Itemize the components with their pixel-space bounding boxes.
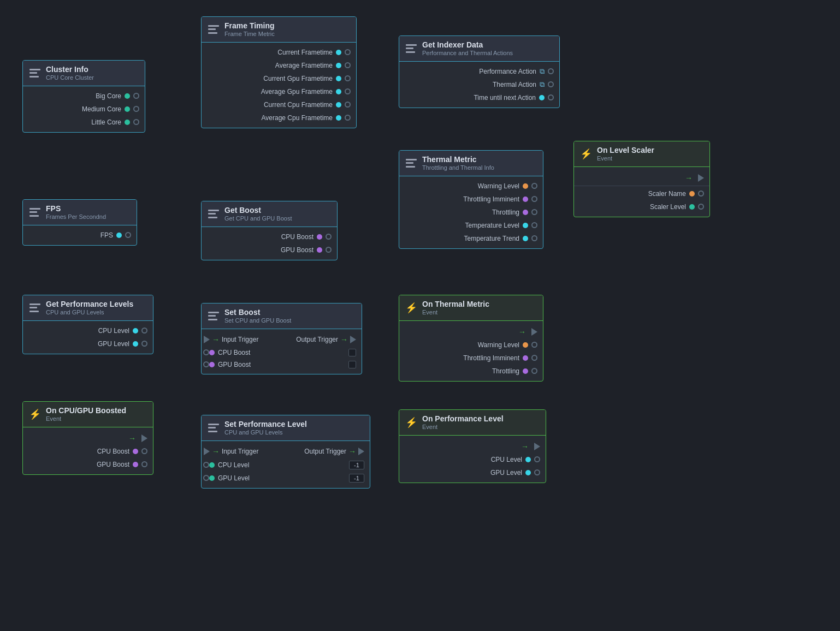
- get-indexer-data-icon: [405, 43, 418, 54]
- copy-icon-thermal: ⧉: [540, 80, 545, 89]
- thermal-metric-node: Thermal Metric Throttling and Thermal In…: [399, 150, 543, 249]
- copy-icon-perf: ⧉: [540, 67, 545, 76]
- cluster-info-icon: [28, 68, 42, 79]
- set-perf-level-header: Set Performance Level CPU and GPU Levels: [202, 415, 370, 441]
- on-cpu-gpu-boosted-header: ⚡ On CPU/GPU Boosted Event: [23, 402, 153, 427]
- on-performance-level-header: ⚡ On Performance Level Event: [399, 410, 546, 436]
- get-boost-icon: [207, 209, 220, 219]
- set-boost-title: Set Boost: [224, 308, 291, 317]
- thermal-metric-subtitle: Throttling and Thermal Info: [422, 164, 494, 171]
- set-boost-node: Set Boost Set CPU and GPU Boost → Input …: [201, 303, 362, 374]
- gpu-level-input[interactable]: [349, 474, 364, 483]
- on-level-scaler-icon: ⚡: [579, 148, 593, 159]
- get-boost-subtitle: Get CPU and GPU Boost: [224, 215, 292, 222]
- frame-timing-title: Frame Timing: [224, 21, 275, 31]
- on-thermal-metric-header: ⚡ On Thermal Metric Event: [399, 295, 543, 321]
- cluster-info-node: Cluster Info CPU Core Cluster Big Core M…: [22, 60, 145, 133]
- on-level-scaler-subtitle: Event: [597, 155, 654, 162]
- cluster-info-subtitle: CPU Core Cluster: [46, 74, 94, 81]
- thermal-metric-header: Thermal Metric Throttling and Thermal In…: [399, 151, 543, 176]
- on-performance-level-node: ⚡ On Performance Level Event → CPU Level…: [399, 409, 546, 483]
- get-perf-levels-subtitle: CPU and GPU Levels: [46, 309, 133, 316]
- on-level-scaler-node: ⚡ On Level Scaler Event → Scaler Name Sc…: [573, 141, 710, 217]
- cluster-info-title: Cluster Info: [46, 65, 94, 74]
- on-cpu-gpu-boosted-icon: ⚡: [28, 409, 42, 420]
- thermal-metric-icon: [405, 158, 418, 169]
- set-perf-level-subtitle: CPU and GPU Levels: [224, 429, 307, 436]
- thermal-metric-title: Thermal Metric: [422, 155, 494, 164]
- get-indexer-data-title: Get Indexer Data: [422, 40, 513, 50]
- on-cpu-gpu-boosted-title: On CPU/GPU Boosted: [46, 406, 126, 415]
- set-perf-level-icon: [207, 422, 220, 433]
- on-thermal-metric-title: On Thermal Metric: [422, 300, 489, 309]
- get-boost-title: Get Boost: [224, 206, 292, 215]
- fps-header: FPS Frames Per Secondnd: [23, 200, 137, 225]
- set-boost-subtitle: Set CPU and GPU Boost: [224, 317, 291, 324]
- get-indexer-data-header: Get Indexer Data Performance and Thermal…: [399, 36, 559, 62]
- on-performance-level-title: On Performance Level: [422, 414, 504, 424]
- get-indexer-data-node: Get Indexer Data Performance and Thermal…: [399, 35, 560, 108]
- frame-timing-header: Frame Timing Frame Time Metric: [202, 17, 356, 43]
- on-cpu-gpu-boosted-node: ⚡ On CPU/GPU Boosted Event → CPU Boost G…: [22, 401, 153, 475]
- frame-timing-node: Frame Timing Frame Time Metric Current F…: [201, 16, 357, 128]
- get-perf-levels-header: Get Performance Levels CPU and GPU Level…: [23, 295, 153, 321]
- on-cpu-gpu-boosted-subtitle: Event: [46, 415, 126, 422]
- set-performance-level-node: Set Performance Level CPU and GPU Levels…: [201, 415, 370, 489]
- cpu-level-input[interactable]: [349, 461, 364, 469]
- set-boost-header: Set Boost Set CPU and GPU Boost: [202, 303, 362, 329]
- on-thermal-metric-icon: ⚡: [405, 302, 418, 313]
- get-perf-levels-title: Get Performance Levels: [46, 300, 133, 309]
- get-boost-header: Get Boost Get CPU and GPU Boost: [202, 201, 337, 227]
- fps-subtitle: Frames Per Secondnd: [46, 213, 106, 221]
- fps-title: FPS: [46, 204, 106, 213]
- fps-node: FPS Frames Per Secondnd FPS: [22, 199, 137, 246]
- set-boost-icon: [207, 311, 220, 322]
- frame-timing-icon: [207, 24, 220, 35]
- frame-timing-subtitle: Frame Time Metric: [224, 31, 275, 38]
- on-performance-level-subtitle: Event: [422, 424, 504, 431]
- set-perf-level-title: Set Performance Level: [224, 420, 307, 429]
- on-performance-level-icon: ⚡: [405, 417, 418, 428]
- get-perf-levels-icon: [28, 302, 42, 313]
- on-thermal-metric-subtitle: Event: [422, 309, 489, 316]
- on-level-scaler-header: ⚡ On Level Scaler Event: [574, 141, 709, 167]
- node-canvas: Cluster Info CPU Core Cluster Big Core M…: [0, 0, 840, 631]
- on-thermal-metric-node: ⚡ On Thermal Metric Event → Warning Leve…: [399, 295, 543, 382]
- get-indexer-data-subtitle: Performance and Thermal Actions: [422, 50, 513, 57]
- get-performance-levels-node: Get Performance Levels CPU and GPU Level…: [22, 295, 153, 354]
- get-boost-node: Get Boost Get CPU and GPU Boost CPU Boos…: [201, 201, 338, 260]
- on-level-scaler-title: On Level Scaler: [597, 146, 654, 155]
- fps-icon: [28, 207, 42, 218]
- cluster-info-header: Cluster Info CPU Core Cluster: [23, 61, 145, 86]
